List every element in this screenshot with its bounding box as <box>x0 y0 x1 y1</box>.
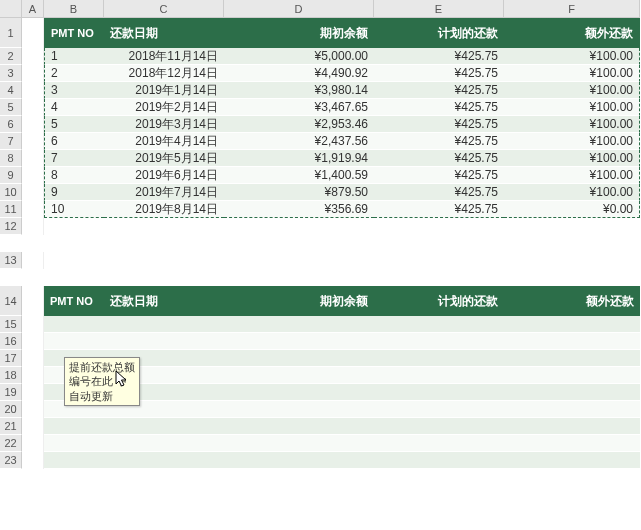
empty-cell[interactable] <box>104 435 224 452</box>
col-header-e[interactable]: E <box>374 0 504 18</box>
cell-extra[interactable]: ¥0.00 <box>504 201 640 218</box>
row-header[interactable]: 14 <box>0 286 22 316</box>
col-header-d[interactable]: D <box>224 0 374 18</box>
empty-cell[interactable] <box>504 367 640 384</box>
cell-begin-bal[interactable]: ¥3,980.14 <box>224 82 374 99</box>
cell-date[interactable]: 2018年11月14日 <box>104 48 224 65</box>
row-header[interactable]: 17 <box>0 350 22 367</box>
row-header[interactable]: 15 <box>0 316 22 333</box>
cell-blank[interactable] <box>22 384 44 401</box>
empty-cell[interactable] <box>224 401 374 418</box>
row-header[interactable]: 9 <box>0 167 22 184</box>
cell-date[interactable]: 2018年12月14日 <box>104 65 224 82</box>
cell-begin-bal[interactable]: ¥1,919.94 <box>224 150 374 167</box>
empty-cell[interactable] <box>504 350 640 367</box>
cell-blank[interactable] <box>22 252 44 269</box>
empty-cell[interactable] <box>104 452 224 469</box>
cell-date[interactable]: 2019年8月14日 <box>104 201 224 218</box>
cell-extra[interactable]: ¥100.00 <box>504 82 640 99</box>
row-header[interactable]: 3 <box>0 65 22 82</box>
cell-extra[interactable]: ¥100.00 <box>504 116 640 133</box>
cell-scheduled[interactable]: ¥425.75 <box>374 116 504 133</box>
empty-cell[interactable] <box>374 316 504 333</box>
cell-scheduled[interactable]: ¥425.75 <box>374 184 504 201</box>
th-extra-2[interactable]: 额外还款 <box>504 286 640 316</box>
th-scheduled-2[interactable]: 计划的还款 <box>374 286 504 316</box>
empty-cell[interactable] <box>44 333 104 350</box>
row-header[interactable]: 1 <box>0 18 22 48</box>
empty-cell[interactable] <box>224 418 374 435</box>
empty-cell[interactable] <box>224 316 374 333</box>
empty-cell[interactable] <box>104 316 224 333</box>
cell-blank[interactable] <box>22 333 44 350</box>
empty-cell[interactable] <box>44 418 104 435</box>
th-pmtno[interactable]: PMT NO <box>44 18 104 48</box>
empty-cell[interactable] <box>374 401 504 418</box>
row-header[interactable]: 10 <box>0 184 22 201</box>
cell-scheduled[interactable]: ¥425.75 <box>374 99 504 116</box>
cell-pmtno[interactable]: 5 <box>44 116 104 133</box>
cell-extra[interactable]: ¥100.00 <box>504 167 640 184</box>
cell-pmtno[interactable]: 6 <box>44 133 104 150</box>
cell-scheduled[interactable]: ¥425.75 <box>374 201 504 218</box>
empty-cell[interactable] <box>374 350 504 367</box>
empty-cell[interactable] <box>44 316 104 333</box>
empty-cell[interactable] <box>44 452 104 469</box>
cell-blank[interactable] <box>22 116 44 133</box>
empty-cell[interactable] <box>224 452 374 469</box>
spreadsheet-grid[interactable]: A B C D E F 1 PMT NO 还款日期 期初余额 计划的还款 额外还… <box>0 0 641 48</box>
row-header[interactable]: 7 <box>0 133 22 150</box>
row-header[interactable]: 4 <box>0 82 22 99</box>
empty-cell[interactable] <box>504 333 640 350</box>
row-header[interactable]: 6 <box>0 116 22 133</box>
spacer[interactable] <box>22 235 640 252</box>
th-extra[interactable]: 额外还款 <box>504 18 640 48</box>
cell-blank[interactable] <box>22 350 44 367</box>
cell-blank[interactable] <box>22 184 44 201</box>
empty-cell[interactable] <box>374 384 504 401</box>
row-header[interactable]: 22 <box>0 435 22 452</box>
col-header-b[interactable]: B <box>44 0 104 18</box>
cell-date[interactable]: 2019年4月14日 <box>104 133 224 150</box>
empty-cell[interactable] <box>374 333 504 350</box>
cell-pmtno[interactable]: 3 <box>44 82 104 99</box>
cell-blank[interactable] <box>22 435 44 452</box>
empty-cell[interactable] <box>224 367 374 384</box>
cell-extra[interactable]: ¥100.00 <box>504 99 640 116</box>
cell-blank[interactable] <box>22 201 44 218</box>
empty-cell[interactable] <box>374 367 504 384</box>
cell-pmtno[interactable]: 1 <box>44 48 104 65</box>
table2-header[interactable]: 14 PMT NO 还款日期 期初余额 计划的还款 额外还款 <box>0 286 641 316</box>
cell-blank[interactable] <box>22 286 44 316</box>
cell-blank[interactable] <box>22 99 44 116</box>
cell-begin-bal[interactable]: ¥3,467.65 <box>224 99 374 116</box>
cell-pmtno[interactable]: 2 <box>44 65 104 82</box>
cell-blank[interactable] <box>22 167 44 184</box>
cell-date[interactable]: 2019年6月14日 <box>104 167 224 184</box>
empty-cell[interactable] <box>104 418 224 435</box>
cell-scheduled[interactable]: ¥425.75 <box>374 82 504 99</box>
row-header[interactable]: 20 <box>0 401 22 418</box>
col-header-a[interactable]: A <box>22 0 44 18</box>
cell-blank[interactable] <box>22 218 44 235</box>
spacer[interactable] <box>22 269 640 286</box>
th-pmtno-2[interactable]: PMT NO <box>44 286 104 316</box>
cell-date[interactable]: 2019年7月14日 <box>104 184 224 201</box>
cell-extra[interactable]: ¥100.00 <box>504 150 640 167</box>
corner-cell[interactable] <box>0 0 22 18</box>
cell-pmtno[interactable]: 4 <box>44 99 104 116</box>
cell-pmtno[interactable]: 10 <box>44 201 104 218</box>
empty-cell[interactable] <box>374 452 504 469</box>
cell-blank[interactable] <box>22 316 44 333</box>
cell-pmtno[interactable]: 8 <box>44 167 104 184</box>
empty-cell[interactable] <box>504 452 640 469</box>
cell-begin-bal[interactable]: ¥4,490.92 <box>224 65 374 82</box>
cell-pmtno[interactable]: 7 <box>44 150 104 167</box>
row-header[interactable]: 13 <box>0 252 22 269</box>
cell-blank[interactable] <box>22 82 44 99</box>
cell-scheduled[interactable]: ¥425.75 <box>374 150 504 167</box>
cell-extra[interactable]: ¥100.00 <box>504 133 640 150</box>
cell-begin-bal[interactable]: ¥5,000.00 <box>224 48 374 65</box>
cell-blank[interactable] <box>22 401 44 418</box>
cell-blank[interactable] <box>22 452 44 469</box>
